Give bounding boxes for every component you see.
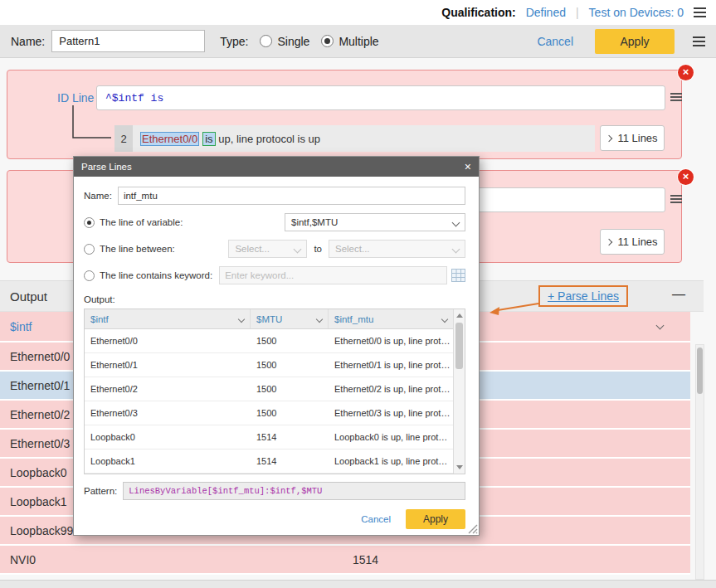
scroll-down-icon[interactable] <box>456 465 463 469</box>
matched-line-text: Ethernet0/0is up, line protocol is up <box>133 125 595 152</box>
chevron-down-icon <box>452 245 460 253</box>
result-row[interactable]: Ethernet0/0 1500 Ethernet0/0 is up, line… <box>85 329 453 353</box>
modal-apply-button[interactable]: Apply <box>406 509 465 529</box>
scroll-up-icon[interactable] <box>456 313 463 318</box>
scrollbar-thumb[interactable] <box>697 347 703 394</box>
modal-name-label: Name: <box>84 191 112 201</box>
column-label: $intf <box>90 314 109 324</box>
radio-line-between[interactable] <box>84 244 95 255</box>
apply-button[interactable]: Apply <box>595 29 675 54</box>
pattern-name-input[interactable] <box>51 30 205 52</box>
chevron-down-icon <box>238 315 245 322</box>
radio-multiple[interactable] <box>321 35 334 47</box>
qualification-value-link[interactable]: Defined <box>526 6 566 19</box>
column-header-mtu[interactable]: $MTU <box>251 309 329 328</box>
between-from-placeholder: Select... <box>235 244 270 254</box>
cell-intf-mtu: Ethernet0/1 is up, line prot… <box>329 360 453 370</box>
line-between-label: The line between: <box>100 244 175 254</box>
cell-mtu: 1514 <box>251 456 329 466</box>
chevron-right-icon <box>606 238 612 245</box>
cell-mtu: 1500 <box>251 360 329 370</box>
parse-lines-button[interactable]: + Parse Lines <box>548 289 619 303</box>
lines-count-button[interactable]: 11 Lines <box>600 125 665 151</box>
result-row[interactable]: Ethernet0/1 1500 Ethernet0/1 is up, line… <box>85 353 453 377</box>
close-icon[interactable]: × <box>465 161 471 173</box>
output-row[interactable]: NVI0 1514 <box>0 546 690 575</box>
name-label: Name: <box>11 35 45 48</box>
cell-intf-mtu: Loopback0 is up, line prot… <box>329 432 453 442</box>
matched-line-row: 2 Ethernet0/0is up, line protocol is up <box>114 125 595 152</box>
pattern-expression-input[interactable] <box>123 482 465 500</box>
column-label: $MTU <box>256 314 282 324</box>
table-scrollbar[interactable] <box>453 309 465 474</box>
cell-mtu: 1500 <box>251 384 329 394</box>
chevron-down-icon <box>452 218 460 226</box>
pattern-editor-screen: Qualification: Defined | Test on Devices… <box>0 0 716 588</box>
cancel-button[interactable]: Cancel <box>537 35 573 48</box>
menu-icon[interactable] <box>694 7 706 17</box>
chevron-down-icon <box>294 245 302 253</box>
parse-lines-dialog: Parse Lines × Name: The line of variable… <box>73 156 480 536</box>
result-row[interactable]: Loopback0 1514 Loopback0 is up, line pro… <box>85 425 453 450</box>
cell-intf-mtu: Ethernet0/2 is up, line prot… <box>329 384 453 394</box>
radio-single[interactable] <box>260 35 272 47</box>
variable-name-input[interactable] <box>118 187 465 205</box>
dialog-title: Parse Lines <box>81 162 132 172</box>
remove-block-button[interactable]: × <box>678 65 694 80</box>
parse-lines-annotation-box: + Parse Lines <box>538 285 628 307</box>
radio-line-contains-keyword[interactable] <box>84 270 95 281</box>
pattern-toolbar: Name: Type: Single Multiple Cancel Apply <box>0 25 716 58</box>
variable-select-value: $intf,$MTU <box>291 217 338 227</box>
parse-block-menu-icon[interactable] <box>670 195 682 204</box>
id-line-pattern-input[interactable] <box>96 85 665 110</box>
cell-intf: Loopback1 <box>85 456 251 466</box>
between-to-select[interactable]: Select... <box>329 240 465 258</box>
cell-mtu: 1500 <box>251 336 329 346</box>
modal-cancel-button[interactable]: Cancel <box>361 514 391 524</box>
horizontal-scrollbar[interactable] <box>0 580 716 588</box>
contains-keyword-label: The line contains keyword: <box>100 270 212 280</box>
cell-intf: NVI0 <box>0 553 353 566</box>
line-rest-text: up, line protocol is up <box>216 133 320 145</box>
test-on-devices-link[interactable]: Test on Devices: 0 <box>589 6 684 19</box>
cell-intf: Ethernet0/0 <box>85 336 251 346</box>
lines-count-button-2[interactable]: 11 Lines <box>600 229 665 255</box>
top-status-bar: Qualification: Defined | Test on Devices… <box>0 0 716 25</box>
remove-block-button-2[interactable]: × <box>678 169 694 185</box>
cell-intf-mtu: Ethernet0/0 is up, line prot… <box>329 336 453 346</box>
cell-intf-mtu: Ethernet0/3 is up, line prot… <box>329 408 453 418</box>
scrollbar-thumb[interactable] <box>455 323 463 369</box>
between-from-select[interactable]: Select... <box>228 240 307 258</box>
chevron-down-icon[interactable] <box>656 322 665 330</box>
cell-mtu: 1514 <box>353 553 378 566</box>
result-row[interactable]: Loopback1 1514 Loopback1 is up, line pro… <box>85 450 453 474</box>
column-header-intf-mtu[interactable]: $intf_mtu <box>329 309 453 328</box>
cell-intf: Ethernet0/2 <box>85 384 251 394</box>
result-table: $intf $MTU $intf_mtu Ethernet0/0 1500 Et… <box>84 309 465 474</box>
modal-output-label: Output: <box>84 294 465 304</box>
chevron-down-icon <box>316 315 323 322</box>
column-header-intf[interactable]: $intf <box>85 309 251 328</box>
output-column-intf[interactable]: $intf <box>10 320 32 333</box>
cell-intf-mtu: Loopback1 is up, line prot… <box>329 456 453 466</box>
chevron-down-icon <box>441 315 448 322</box>
resize-handle[interactable] <box>467 523 478 534</box>
variable-select[interactable]: $intf,$MTU <box>285 213 465 231</box>
match-token: is <box>202 132 215 146</box>
radio-line-of-variable[interactable] <box>84 217 95 228</box>
id-line-menu-icon[interactable] <box>670 93 682 102</box>
table-icon[interactable] <box>451 269 465 282</box>
type-label: Type: <box>220 35 248 48</box>
cell-intf: Ethernet0/3 <box>85 408 251 418</box>
separator: | <box>576 6 579 19</box>
vertical-scrollbar[interactable] <box>695 344 704 580</box>
result-row[interactable]: Ethernet0/2 1500 Ethernet0/2 is up, line… <box>85 377 453 401</box>
keyword-input[interactable] <box>219 266 447 284</box>
dialog-titlebar: Parse Lines × <box>74 157 479 177</box>
dialog-body: Name: The line of variable: $intf,$MTU T… <box>74 177 479 529</box>
lines-count-label: 11 Lines <box>617 236 657 248</box>
collapse-section-button[interactable]: — <box>672 287 685 302</box>
toolbar-menu-icon[interactable] <box>693 36 705 46</box>
result-row[interactable]: Ethernet0/3 1500 Ethernet0/3 is up, line… <box>85 401 453 425</box>
between-to-placeholder: Select... <box>335 244 370 254</box>
